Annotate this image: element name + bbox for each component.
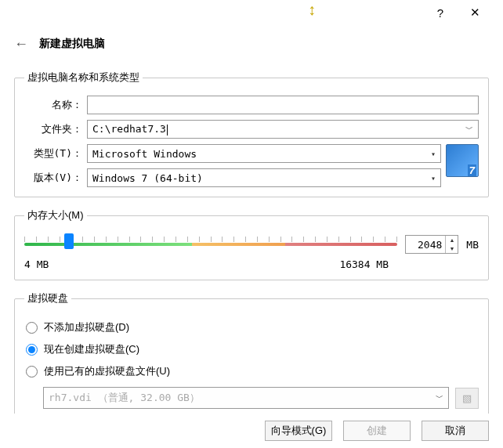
- chevron-down-icon: ﹀: [465, 124, 473, 135]
- chevron-down-icon: ﹀: [436, 392, 443, 403]
- help-button[interactable]: ?: [423, 6, 458, 20]
- group-name-legend: 虚拟电脑名称和系统类型: [24, 70, 143, 85]
- existing-disk-select: rh7.vdi （普通, 32.00 GB） ﹀: [43, 387, 449, 409]
- titlebar: ↕ ? ✕: [0, 0, 503, 25]
- radio-no-disk-input[interactable]: [26, 322, 38, 334]
- radio-existing-disk-input[interactable]: [26, 366, 38, 378]
- memory-max-label: 16384 MB: [339, 258, 389, 270]
- radio-create-disk-input[interactable]: [26, 344, 38, 356]
- memory-step-up[interactable]: ▲: [446, 236, 458, 244]
- memory-step-down[interactable]: ▼: [446, 244, 458, 253]
- radio-existing-disk[interactable]: 使用已有的虚拟硬盘文件(U): [24, 360, 479, 382]
- group-memory: 内存大小(M) ▲ ▼ MB 4 MB 16384 MB: [14, 208, 489, 280]
- version-select[interactable]: Windows 7 (64-bit) ▾: [87, 168, 441, 187]
- group-name-systype: 虚拟电脑名称和系统类型 名称： 文件夹： C:\redhat7.3 ﹀ 类型(T…: [14, 70, 489, 197]
- group-disk-legend: 虚拟硬盘: [24, 291, 71, 305]
- name-input[interactable]: [87, 96, 479, 114]
- memory-input[interactable]: [406, 239, 445, 251]
- type-value: Microsoft Windows: [92, 148, 197, 160]
- folder-label: 文件夹：: [24, 122, 87, 136]
- name-label: 名称：: [24, 98, 87, 112]
- back-button[interactable]: ←: [11, 36, 31, 52]
- close-button[interactable]: ✕: [458, 5, 492, 20]
- footer: 向导模式(G) 创建 取消: [0, 414, 503, 448]
- guided-mode-button[interactable]: 向导模式(G): [265, 421, 332, 441]
- page-title: 新建虚拟电脑: [39, 37, 105, 51]
- create-button: 创建: [343, 421, 411, 441]
- browse-disk-button: ▧: [455, 388, 479, 409]
- version-label: 版本(V)：: [24, 171, 87, 185]
- folder-combobox[interactable]: C:\redhat7.3 ﹀: [87, 120, 479, 139]
- group-memory-legend: 内存大小(M): [24, 208, 87, 222]
- memory-min-label: 4 MB: [24, 258, 49, 270]
- type-select[interactable]: Microsoft Windows ▾: [87, 144, 441, 163]
- memory-input-wrap: ▲ ▼: [405, 235, 458, 254]
- header: ← 新建虚拟电脑: [0, 25, 503, 63]
- memory-unit: MB: [466, 239, 479, 251]
- radio-create-disk-label: 现在创建虚拟硬盘(C): [44, 342, 139, 356]
- os-type-icon: [446, 144, 479, 177]
- chevron-down-icon: ▾: [431, 174, 436, 182]
- type-label: 类型(T)：: [24, 146, 87, 161]
- resize-cursor-icon: ↕: [308, 2, 316, 17]
- radio-no-disk[interactable]: 不添加虚拟硬盘(D): [24, 316, 479, 338]
- chevron-down-icon: ▾: [431, 150, 436, 158]
- memory-slider[interactable]: [24, 233, 397, 255]
- group-disk: 虚拟硬盘 不添加虚拟硬盘(D) 现在创建虚拟硬盘(C) 使用已有的虚拟硬盘文件(…: [14, 291, 489, 419]
- folder-open-icon: ▧: [462, 392, 472, 404]
- memory-slider-thumb[interactable]: [64, 233, 74, 249]
- radio-create-disk[interactable]: 现在创建虚拟硬盘(C): [24, 338, 479, 360]
- radio-no-disk-label: 不添加虚拟硬盘(D): [44, 320, 129, 334]
- existing-disk-value: rh7.vdi （普通, 32.00 GB）: [49, 391, 200, 405]
- cancel-button[interactable]: 取消: [422, 421, 489, 441]
- radio-existing-disk-label: 使用已有的虚拟硬盘文件(U): [44, 364, 170, 378]
- version-value: Windows 7 (64-bit): [92, 172, 203, 184]
- folder-value: C:\redhat7.3: [92, 123, 168, 135]
